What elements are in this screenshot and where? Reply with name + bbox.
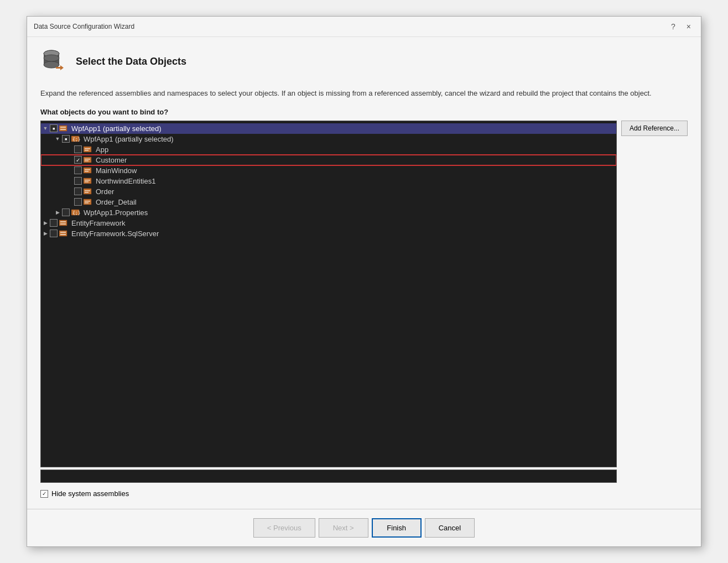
svg-rect-29 [85,202,89,204]
checkbox-customer[interactable] [74,156,82,164]
search-bar[interactable] [40,470,617,483]
svg-rect-34 [60,223,66,225]
tree-node-app[interactable]: App [41,144,616,155]
tree-node-order_detail[interactable]: Order_Detail [41,197,616,207]
svg-text:{;}: {;} [72,137,80,142]
expander-efsql[interactable]: ▶ [41,231,50,236]
expander-ns1[interactable]: ▼ [53,136,62,142]
icon-ef [59,219,69,227]
tree-node-order[interactable]: Order [41,186,616,197]
checkbox-order[interactable] [74,187,82,195]
checkbox-ns1[interactable] [62,135,70,143]
label-ns1: WpfApp1 (partially selected) [84,135,174,143]
icon-app [84,145,93,153]
svg-rect-20 [85,171,89,172]
footer: < Previous Next > Finish Cancel [27,509,701,546]
hide-system-label: Hide system assemblies [51,489,129,498]
icon-customer [84,156,93,164]
next-button[interactable]: Next > [319,518,368,538]
tree-node-root[interactable]: ▼ WpfApp1 (partially selected) [41,123,616,134]
label-customer: Customer [96,156,127,164]
tree-node-mainwindow[interactable]: MainWindow [41,165,616,176]
title-bar: Data Source Configuration Wizard ? × [27,17,701,37]
help-button[interactable]: ? [668,21,679,32]
svg-rect-12 [84,147,91,152]
label-northwind: NorthwindEntities1 [96,177,155,185]
label-props: WpfApp1.Properties [84,208,148,217]
icon-order_detail [84,198,93,206]
previous-button[interactable]: < Previous [253,518,315,538]
svg-rect-22 [85,180,90,181]
svg-rect-37 [60,234,66,235]
svg-rect-26 [85,192,89,193]
svg-point-4 [44,55,59,61]
svg-text:{;}: {;} [72,211,80,216]
main-content: Select the Data Objects Expand the refer… [27,37,701,509]
tree-section: ▼ WpfApp1 (partially selected)▼ {;} WpfA… [40,121,688,483]
dialog-window: Data Source Configuration Wizard ? × Sel… [27,16,701,547]
label-order_detail: Order_Detail [96,198,137,206]
svg-rect-7 [59,126,67,131]
checkbox-mainwindow[interactable] [74,166,82,174]
expander-root[interactable]: ▼ [41,126,50,131]
label-root: WpfApp1 (partially selected) [71,124,162,133]
svg-rect-32 [59,220,67,226]
svg-rect-9 [60,129,66,130]
finish-button[interactable]: Finish [372,518,422,538]
svg-rect-5 [56,67,60,69]
tree-node-ns1[interactable]: ▼ {;} WpfApp1 (partially selected) [41,134,616,144]
icon-ns1: {;} [71,135,81,143]
svg-rect-19 [85,169,90,170]
icon-props: {;} [71,208,81,216]
svg-rect-18 [84,168,91,173]
checkbox-ef[interactable] [50,219,58,227]
svg-rect-17 [85,160,89,161]
svg-rect-8 [60,127,66,128]
svg-rect-15 [84,157,91,163]
svg-rect-35 [59,231,67,236]
object-tree[interactable]: ▼ WpfApp1 (partially selected)▼ {;} WpfA… [40,121,617,468]
tree-node-props[interactable]: ▶ {;} WpfApp1.Properties [41,207,616,218]
checkbox-props[interactable] [62,208,70,216]
svg-rect-27 [84,199,91,205]
svg-rect-13 [85,148,90,149]
datasource-icon [40,48,67,75]
icon-order [84,187,93,195]
hide-system-checkbox[interactable] [40,490,48,498]
add-reference-section: Add Reference... [621,121,688,483]
tree-node-northwind[interactable]: NorthwindEntities1 [41,176,616,186]
svg-rect-16 [85,159,90,160]
tree-node-efsql[interactable]: ▶ EntityFramework.SqlServer [41,228,616,239]
title-bar-buttons: ? × [668,21,694,32]
header-section: Select the Data Objects [40,48,688,75]
close-button[interactable]: × [683,21,694,32]
icon-efsql [59,230,69,237]
expander-props[interactable]: ▶ [53,210,62,215]
svg-rect-24 [84,189,91,194]
description-text: Expand the referenced assemblies and nam… [40,88,688,99]
hide-system-row: Hide system assemblies [40,489,688,498]
svg-rect-33 [60,221,66,222]
cancel-button[interactable]: Cancel [425,518,475,538]
label-app: App [96,145,108,154]
label-mainwindow: MainWindow [96,166,137,175]
checkbox-northwind[interactable] [74,177,82,185]
tree-node-ef[interactable]: ▶ EntityFramework [41,218,616,228]
checkbox-efsql[interactable] [50,230,58,237]
dialog-title: Data Source Configuration Wizard [34,23,134,30]
checkbox-order_detail[interactable] [74,198,82,206]
svg-rect-14 [85,150,89,151]
checkbox-root[interactable] [50,124,58,132]
svg-rect-23 [85,181,89,183]
label-order: Order [96,187,114,196]
tree-node-customer[interactable]: Customer [41,155,616,165]
svg-rect-25 [85,190,90,191]
icon-root [59,124,69,132]
section-label: What objects do you want to bind to? [40,108,688,116]
tree-area: ▼ WpfApp1 (partially selected)▼ {;} WpfA… [40,121,617,483]
page-title: Select the Data Objects [76,56,186,67]
icon-mainwindow [84,166,93,174]
add-reference-button[interactable]: Add Reference... [621,121,688,136]
expander-ef[interactable]: ▶ [41,220,50,226]
checkbox-app[interactable] [74,145,82,153]
